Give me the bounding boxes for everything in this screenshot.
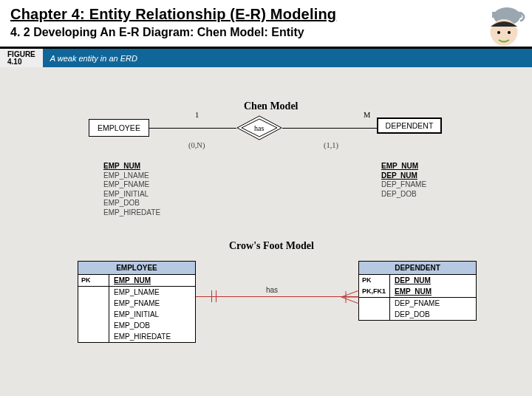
attr-item: EMP_LNAME bbox=[103, 171, 160, 181]
cf-relationship-line bbox=[196, 296, 358, 297]
attr-item: DEP_DOB bbox=[381, 190, 426, 200]
attr-item: EMP_DOB bbox=[103, 199, 160, 208]
chen-participation-left: (0,N) bbox=[188, 141, 205, 149]
svg-rect-1 bbox=[492, 12, 522, 18]
table-row: PKEMP_NUM bbox=[78, 275, 195, 286]
section-subtitle: 4. 2 Developing An E-R Diagram: Chen Mod… bbox=[10, 26, 522, 39]
chen-model-title: Chen Model bbox=[244, 100, 299, 112]
chen-cardinality-1: 1 bbox=[195, 111, 199, 119]
cf-notation-one-bar1 bbox=[211, 290, 212, 302]
table-row: EMP_HIREDATE bbox=[78, 331, 195, 342]
cf-table-dependent: DEPENDENT PKDEP_NUMPK,FK1EMP_NUM DEP_FNA… bbox=[358, 261, 477, 321]
table-row: EMP_INITIAL bbox=[78, 309, 195, 320]
chen-entity-employee: EMPLOYEE bbox=[89, 119, 149, 137]
table-row: EMP_FNAME bbox=[78, 298, 195, 309]
svg-point-4 bbox=[508, 31, 511, 34]
attr-item: EMP_INITIAL bbox=[103, 190, 160, 200]
chen-relationship-label: has bbox=[254, 124, 264, 132]
cartoon-avatar bbox=[474, 4, 526, 47]
attr-item: DEP_NUM bbox=[381, 171, 426, 181]
cf-notation-one-bar2 bbox=[216, 290, 216, 302]
cf-head-employee: EMPLOYEE bbox=[78, 262, 195, 275]
chapter-title: Chapter 4: Entity Relationship (E-R) Mod… bbox=[10, 6, 522, 23]
chen-cardinality-m: M bbox=[364, 111, 370, 119]
cf-table-employee: EMPLOYEE PKEMP_NUM EMP_LNAMEEMP_FNAMEEMP… bbox=[78, 261, 196, 343]
table-row: DEP_DOB bbox=[359, 309, 476, 320]
svg-line-7 bbox=[341, 290, 359, 297]
attr-item: EMP_HIREDATE bbox=[103, 208, 160, 218]
cf-relationship-label: has bbox=[266, 286, 278, 294]
attr-item: EMP_NUM bbox=[381, 162, 426, 171]
svg-point-3 bbox=[497, 31, 500, 34]
crowsfoot-title: Crow's Foot Model bbox=[229, 240, 314, 252]
figure-bar: FIGURE 4.10 A weak entity in an ERD bbox=[0, 49, 532, 67]
chen-entity-dependent: DEPENDENT bbox=[377, 117, 442, 134]
chen-line-right bbox=[282, 128, 377, 129]
attr-item: DEP_FNAME bbox=[381, 180, 426, 190]
diagram-canvas: Chen Model EMPLOYEE DEPENDENT has 1 M (0… bbox=[0, 67, 532, 396]
chen-line-left bbox=[149, 128, 236, 129]
figure-label-word: FIGURE bbox=[7, 51, 35, 58]
chen-attrs-dependent: EMP_NUMDEP_NUMDEP_FNAMEDEP_DOB bbox=[381, 162, 426, 199]
figure-label-num: 4.10 bbox=[7, 58, 35, 66]
table-row: EMP_DOB bbox=[78, 320, 195, 331]
table-row: PKDEP_NUM bbox=[359, 275, 476, 286]
attr-item: EMP_FNAME bbox=[103, 180, 160, 190]
figure-number: FIGURE 4.10 bbox=[0, 49, 43, 67]
chen-attrs-employee: EMP_NUMEMP_LNAMEEMP_FNAMEEMP_INITIALEMP_… bbox=[103, 162, 160, 217]
cf-head-dependent: DEPENDENT bbox=[359, 262, 476, 275]
figure-caption: A weak entity in an ERD bbox=[50, 54, 137, 63]
table-row: PK,FK1EMP_NUM bbox=[359, 286, 476, 297]
table-row: EMP_LNAME bbox=[78, 287, 195, 298]
attr-item: EMP_NUM bbox=[103, 162, 160, 171]
svg-line-9 bbox=[341, 297, 359, 304]
chen-participation-right: (1,1) bbox=[324, 141, 338, 149]
cf-notation-crowsfoot bbox=[341, 289, 361, 305]
table-row: DEP_FNAME bbox=[359, 298, 476, 309]
